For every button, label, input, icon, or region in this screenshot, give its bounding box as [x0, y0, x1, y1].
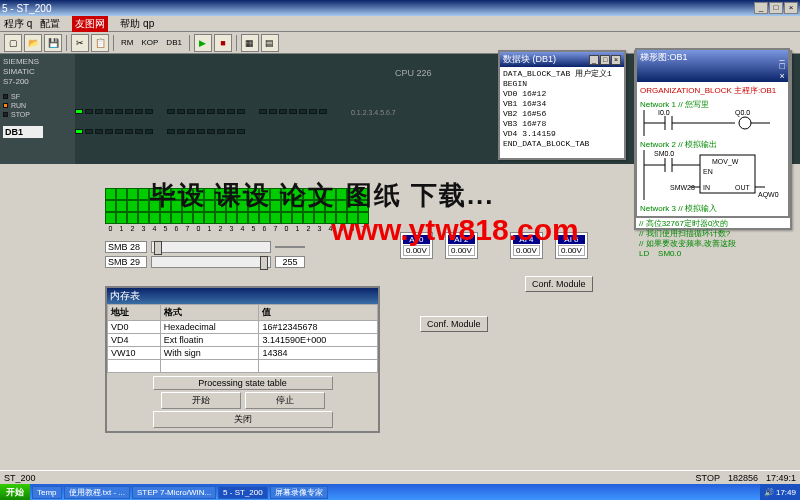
slider2-label: SMB 29	[105, 256, 147, 268]
tool-extra1-icon[interactable]: ▦	[241, 34, 259, 52]
status-left: ST_200	[4, 473, 36, 483]
brand-s7200: S7-200	[3, 77, 72, 87]
db-close-icon[interactable]: ×	[611, 55, 621, 65]
ladder-close-icon[interactable]: ×	[780, 71, 785, 81]
cpu-label: CPU 226	[395, 68, 432, 78]
tool-open-icon[interactable]: 📂	[24, 34, 42, 52]
tool-db1-label[interactable]: DB1	[163, 38, 185, 47]
db-label[interactable]: DB1	[3, 126, 43, 138]
tool-paste-icon[interactable]: 📋	[91, 34, 109, 52]
plc-status-panel: SIEMENS SIMATIC S7-200 SF RUN STOP DB1	[0, 54, 75, 164]
ladder-window[interactable]: 梯形图:OB1 _□× ORGANIZATION_BLOCK 主程序:OB1 N…	[635, 48, 790, 218]
table-row: VD0Hexadecimal16#12345678	[108, 321, 378, 334]
led-run	[3, 103, 8, 108]
taskbar-item[interactable]: STEP 7-Micro/WIN...	[132, 486, 216, 499]
analog-ai6: AI 6 0.00V	[555, 232, 588, 259]
taskbar-item[interactable]: 使用教程.txt - ...	[64, 486, 130, 499]
close-button[interactable]: ×	[784, 2, 798, 14]
ladder-max-icon[interactable]: □	[780, 61, 785, 71]
slider1-track[interactable]	[151, 241, 271, 253]
menu-bar: 程序 q 配置 友图网 帮助 qp	[0, 16, 800, 32]
ladder-rung-1: I0.0 Q0.0	[640, 110, 785, 136]
memory-table: 地址格式值 VD0Hexadecimal16#12345678 VD4Ext f…	[107, 304, 378, 373]
stop-button[interactable]: 停止	[245, 392, 325, 409]
slider1-value	[275, 246, 305, 248]
tool-stop-icon[interactable]: ■	[214, 34, 232, 52]
svg-text:IN: IN	[703, 184, 710, 191]
svg-text:EN: EN	[703, 168, 713, 175]
led-stop	[3, 112, 8, 117]
ladder-rung-2: SM0.0 MOV_W EN SMW28 IN OUT AQW0	[640, 150, 785, 200]
tool-new-icon[interactable]: ▢	[4, 34, 22, 52]
data-block-window[interactable]: 数据块 (DB1) _□× DATA_BLOCK_TAB 用户定义1 BEGIN…	[498, 50, 626, 160]
analog-ai2: AI 2 0.00V	[445, 232, 478, 259]
ladder-min-icon[interactable]: _	[780, 51, 785, 61]
db-min-icon[interactable]: _	[589, 55, 599, 65]
title-bar: 5 - ST_200 _ □ ×	[0, 0, 800, 16]
slider2-track[interactable]	[151, 256, 271, 268]
system-tray[interactable]: 🔊 17:49	[760, 484, 800, 500]
tool-cut-icon[interactable]: ✂	[71, 34, 89, 52]
io-row-outputs	[75, 129, 256, 134]
tool-extra2-icon[interactable]: ▤	[261, 34, 279, 52]
svg-text:Q0.0: Q0.0	[735, 110, 750, 117]
slider-panel: SMB 28 SMB 29 255	[105, 241, 305, 271]
menu-program[interactable]: 程序 q	[4, 17, 32, 31]
start-button[interactable]: 开始	[0, 484, 30, 500]
brand-siemens: SIEMENS	[3, 57, 72, 67]
logo-badge: 友图网	[72, 16, 108, 32]
tool-run-icon[interactable]: ▶	[194, 34, 212, 52]
brand-simatic: SIMATIC	[3, 67, 72, 77]
minimize-button[interactable]: _	[754, 2, 768, 14]
maximize-button[interactable]: □	[769, 2, 783, 14]
tool-rm-label[interactable]: RM	[118, 38, 136, 47]
slider2-value: 255	[275, 256, 305, 268]
svg-text:AQW0: AQW0	[758, 191, 779, 199]
taskbar-item[interactable]: Temp	[32, 486, 62, 499]
db-code[interactable]: DATA_BLOCK_TAB 用户定义1 BEGIN VD0 16#12 VB1…	[500, 67, 624, 151]
taskbar: 开始 Temp 使用教程.txt - ... STEP 7-Micro/WIN.…	[0, 484, 800, 500]
memory-table-title[interactable]: 内存表	[107, 288, 378, 304]
analog-ai0: AI 0 0.00V	[400, 232, 433, 259]
analog-ai4: AI 4 0.00V	[510, 232, 543, 259]
memory-table-window: 内存表 地址格式值 VD0Hexadecimal16#12345678 VD4E…	[105, 286, 380, 433]
tool-kop-label[interactable]: KOP	[138, 38, 161, 47]
svg-point-7	[739, 117, 751, 129]
processing-button[interactable]: Processing state table	[153, 376, 333, 390]
led-sf	[3, 94, 8, 99]
svg-text:MOV_W: MOV_W	[712, 158, 739, 166]
slider1-thumb[interactable]	[154, 241, 162, 255]
window-title: 5 - ST_200	[2, 3, 754, 14]
menu-help[interactable]: 帮助 qp	[120, 17, 154, 31]
svg-text:SM0.0: SM0.0	[654, 150, 674, 157]
conf-module-button-1[interactable]: Conf. Module	[525, 276, 593, 292]
terminal-numbers: 012345670123456701234567	[105, 225, 375, 232]
table-row: VW10With sign14384	[108, 347, 378, 360]
db-max-icon[interactable]: □	[600, 55, 610, 65]
tool-save-icon[interactable]: 💾	[44, 34, 62, 52]
taskbar-item[interactable]: 屏幕录像专家	[270, 486, 328, 499]
slider1-label: SMB 28	[105, 241, 147, 253]
svg-text:I0.0: I0.0	[658, 110, 670, 116]
close-button-mem[interactable]: 关闭	[153, 411, 333, 428]
io-row-inputs: 0.1.2.3.4.5.6.7	[75, 109, 396, 116]
status-time: 17:49:1	[766, 473, 796, 483]
status-bar: ST_200 STOP 182856 17:49:1	[0, 470, 800, 484]
svg-text:OUT: OUT	[735, 184, 751, 191]
start-button[interactable]: 开始	[161, 392, 241, 409]
status-stop: STOP	[696, 473, 720, 483]
db-window-title: 数据块 (DB1)	[503, 53, 556, 66]
ladder-title: 梯形图:OB1	[640, 51, 688, 81]
ladder-body: ORGANIZATION_BLOCK 主程序:OB1 Network 1 // …	[637, 82, 788, 217]
slider2-thumb[interactable]	[260, 256, 268, 270]
table-row: VD4Ext floatin3.141590E+000	[108, 334, 378, 347]
conf-module-button-2[interactable]: Conf. Module	[420, 316, 488, 332]
taskbar-item[interactable]: 5 - ST_200	[218, 486, 268, 499]
terminal-strip: 012345670123456701234567	[105, 188, 375, 232]
status-bytes: 182856	[728, 473, 758, 483]
menu-config[interactable]: 配置	[40, 17, 60, 31]
table-row	[108, 360, 378, 373]
